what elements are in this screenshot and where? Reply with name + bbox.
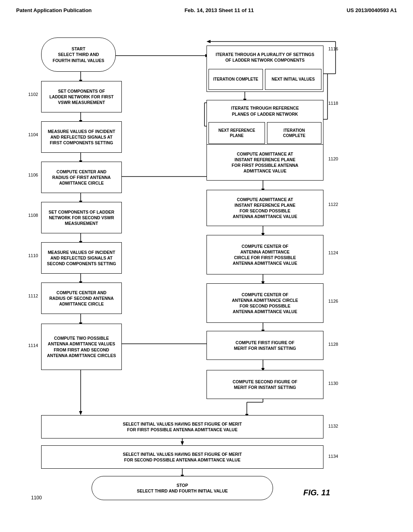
box-1116-bottom-right: NEXT INITIAL VALUES [265, 69, 321, 90]
box-1124: COMPUTE CENTER OF ANTENNA ADMITTANCE CIR… [206, 235, 323, 274]
label-1132: 1132 [328, 424, 338, 428]
start-box: START SELECT THIRD AND FOURTH INITIAL VA… [41, 37, 116, 72]
header-middle: Feb. 14, 2013 Sheet 11 of 11 [184, 7, 254, 13]
label-1124: 1124 [328, 250, 338, 255]
label-1114: 1114 [28, 343, 38, 348]
box-1132: SELECT INITIAL VALUES HAVING BEST FIGURE… [41, 415, 323, 438]
box-1118-bottom-right: ITERATION COMPLETE [267, 122, 321, 144]
label-1102: 1102 [28, 92, 38, 97]
fig-label: FIG. 11 [303, 488, 330, 497]
box-1118-top: ITERATE THROUGH REFERENCE PLANES OF LADD… [209, 102, 321, 120]
box-1110: MEASURE VALUES OF INCIDENT AND REFLECTED… [41, 242, 122, 274]
box-1102: SET COMPONENTS OF LADDER NETWORK FOR FIR… [41, 81, 122, 112]
label-1108: 1108 [28, 213, 38, 218]
box-1106: COMPUTE CENTER AND RADIUS OF FIRST ANTEN… [41, 162, 122, 193]
box-1126: COMPUTE CENTER OF ANTENNA ADMITTANCE CIR… [206, 283, 323, 323]
label-1118: 1118 [328, 101, 338, 106]
box-1116-top: ITERATE THROUGH A PLURALITY OF SETTINGS … [209, 48, 321, 67]
header-right: US 2013/0040593 A1 [346, 7, 397, 13]
box-1104: MEASURE VALUES OF INCIDENT AND REFLECTED… [41, 121, 122, 153]
label-1126: 1126 [328, 299, 338, 303]
label-1134: 1134 [328, 454, 338, 459]
box-1122: COMPUTE ADMITTANCE AT INSTANT REFERENCE … [206, 190, 323, 226]
box-1120: COMPUTE ADMITTANCE AT INSTANT REFERENCE … [206, 144, 323, 181]
label-1120: 1120 [328, 156, 338, 161]
header-left: Patent Application Publication [16, 7, 92, 13]
diagram-area: START SELECT THIRD AND FOURTH INITIAL VA… [21, 25, 392, 517]
stop-box: STOP SELECT THIRD AND FOURTH INITIAL VAL… [92, 476, 273, 500]
box-1118-bottom-left: NEXT REFERENCE PLANE [209, 122, 265, 144]
box-1130: COMPUTE SECOND FIGURE OF MERIT FOR INSTA… [206, 370, 323, 399]
label-1122: 1122 [328, 202, 338, 207]
svg-marker-16 [79, 411, 82, 415]
svg-marker-26 [206, 40, 211, 43]
label-1116: 1116 [328, 46, 338, 51]
box-1128: COMPUTE FIRST FIGURE OF MERIT FOR INSTAN… [206, 331, 323, 360]
label-1100: 1100 [31, 495, 42, 501]
box-1114: COMPUTE TWO POSSIBLE ANTENNA ADMITTANCE … [41, 324, 122, 370]
box-1134: SELECT INITIAL VALUES HAVING BEST FIGURE… [41, 445, 323, 469]
box-1116-bottom-left: ITERATION COMPLETE [209, 69, 263, 90]
label-1104: 1104 [28, 132, 38, 137]
box-1112: COMPUTE CENTER AND RADIUS OF SECOND ANTE… [41, 283, 122, 314]
label-1110: 1110 [28, 253, 38, 258]
page-header: Patent Application Publication Feb. 14, … [0, 0, 413, 17]
label-1130: 1130 [328, 381, 338, 386]
label-1128: 1128 [328, 342, 338, 347]
label-1106: 1106 [28, 172, 38, 177]
svg-marker-18 [181, 441, 184, 445]
label-1112: 1112 [28, 293, 38, 298]
box-1108: SET COMPONENTS OF LADDER NETWORK FOR SEC… [41, 202, 122, 233]
